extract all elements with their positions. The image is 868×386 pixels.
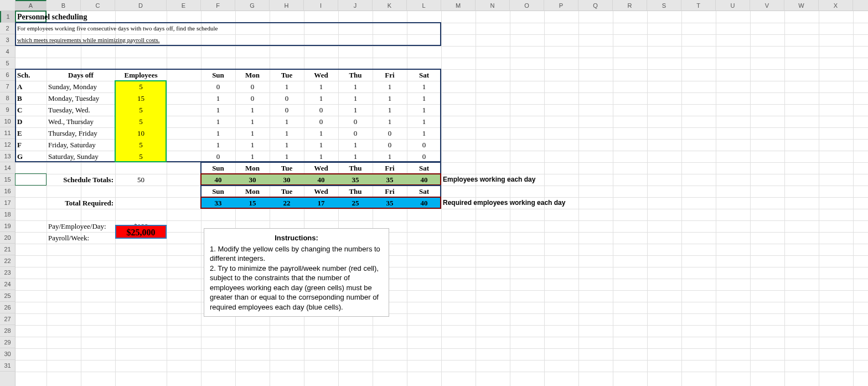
val-A-1[interactable]: 0 xyxy=(235,81,270,92)
sched-C[interactable]: C xyxy=(16,104,46,116)
row-header-25[interactable]: 25 xyxy=(0,290,15,302)
sched-G[interactable]: G xyxy=(16,151,46,162)
row-header-24[interactable]: 24 xyxy=(0,279,15,290)
req-hdr-Sat[interactable]: Sat xyxy=(407,186,441,197)
val-F-2[interactable]: 1 xyxy=(270,139,304,151)
val-C-5[interactable]: 1 xyxy=(373,104,407,116)
val-D-3[interactable]: 0 xyxy=(304,116,338,127)
grid[interactable]: Personnel schedulingFor employees workin… xyxy=(16,11,868,386)
row-header-7[interactable]: 7 xyxy=(0,81,15,92)
emp-G[interactable]: 5 xyxy=(115,151,167,162)
emp-B[interactable]: 15 xyxy=(115,92,167,104)
tot-hdr-Sun[interactable]: Sun xyxy=(201,162,235,174)
val-B-1[interactable]: 0 xyxy=(235,92,270,104)
val-F-3[interactable]: 1 xyxy=(304,139,338,151)
row-header-4[interactable]: 4 xyxy=(0,46,15,58)
req-3[interactable]: 17 xyxy=(304,197,338,209)
req-hdr-Mon[interactable]: Mon xyxy=(235,186,270,197)
row-header-5[interactable]: 5 xyxy=(0,58,15,69)
req-hdr-Wed[interactable]: Wed xyxy=(304,186,338,197)
row-header-22[interactable]: 22 xyxy=(0,255,15,267)
req-4[interactable]: 25 xyxy=(338,197,373,209)
req-hdr-Sun[interactable]: Sun xyxy=(201,186,235,197)
sched-E[interactable]: E xyxy=(16,127,46,139)
row-header-8[interactable]: 8 xyxy=(0,92,15,104)
req-2[interactable]: 22 xyxy=(270,197,304,209)
tot-6[interactable]: 40 xyxy=(407,174,441,186)
row-header-1[interactable]: 1 xyxy=(0,11,15,23)
row-header-14[interactable]: 14 xyxy=(0,162,15,174)
col-header-O[interactable]: O xyxy=(510,0,544,11)
tot-hdr-Fri[interactable]: Fri xyxy=(373,162,407,174)
daysoff-E[interactable]: Thursday, Friday xyxy=(46,127,115,139)
col-header-R[interactable]: R xyxy=(613,0,647,11)
title-cell[interactable]: Personnel scheduling xyxy=(16,11,237,23)
row-header-2[interactable]: 2 xyxy=(0,23,15,34)
daysoff-D[interactable]: Wed., Thursday xyxy=(46,116,115,127)
row-header-18[interactable]: 18 xyxy=(0,209,15,220)
emp-E[interactable]: 10 xyxy=(115,127,167,139)
val-C-4[interactable]: 1 xyxy=(338,104,373,116)
val-G-2[interactable]: 1 xyxy=(270,151,304,162)
row-header-13[interactable]: 13 xyxy=(0,151,15,162)
val-C-2[interactable]: 0 xyxy=(270,104,304,116)
req-hdr-Thu[interactable]: Thu xyxy=(338,186,373,197)
daysoff-A[interactable]: Sunday, Monday xyxy=(46,81,115,92)
val-F-6[interactable]: 0 xyxy=(407,139,441,151)
row-header-17[interactable]: 17 xyxy=(0,197,15,209)
sched-tot-val[interactable]: 50 xyxy=(115,174,167,186)
daysoff-G[interactable]: Saturday, Sunday xyxy=(46,151,115,162)
tot-hdr-Mon[interactable]: Mon xyxy=(235,162,270,174)
val-B-0[interactable]: 1 xyxy=(201,92,235,104)
tot-hdr-Sat[interactable]: Sat xyxy=(407,162,441,174)
row-header-29[interactable]: 29 xyxy=(0,337,15,348)
sched-A[interactable]: A xyxy=(16,81,46,92)
col-header-Q[interactable]: Q xyxy=(578,0,613,11)
row-header-31[interactable]: 31 xyxy=(0,360,15,372)
val-D-0[interactable]: 1 xyxy=(201,116,235,127)
val-C-0[interactable]: 1 xyxy=(201,104,235,116)
req-hdr-Tue[interactable]: Tue xyxy=(270,186,304,197)
col-header-S[interactable]: S xyxy=(647,0,681,11)
val-B-5[interactable]: 1 xyxy=(373,92,407,104)
val-A-0[interactable]: 0 xyxy=(201,81,235,92)
col-header-D[interactable]: D xyxy=(115,0,167,11)
row-header-20[interactable]: 20 xyxy=(0,232,15,244)
row-header-12[interactable]: 12 xyxy=(0,139,15,151)
row-header-9[interactable]: 9 xyxy=(0,104,15,116)
val-B-6[interactable]: 1 xyxy=(407,92,441,104)
tot-2[interactable]: 30 xyxy=(270,174,304,186)
val-F-0[interactable]: 1 xyxy=(201,139,235,151)
val-D-1[interactable]: 1 xyxy=(235,116,270,127)
req-hdr-Fri[interactable]: Fri xyxy=(373,186,407,197)
hdr-day-Tue[interactable]: Tue xyxy=(270,69,304,81)
emp-A[interactable]: 5 xyxy=(115,81,167,92)
tot-hdr-Thu[interactable]: Thu xyxy=(338,162,373,174)
sched-tot-label[interactable]: Schedule Totals: xyxy=(46,174,115,186)
val-D-2[interactable]: 1 xyxy=(270,116,304,127)
payroll-val[interactable]: $25,000 xyxy=(115,225,167,239)
emp-D[interactable]: 5 xyxy=(115,116,167,127)
row-header-10[interactable]: 10 xyxy=(0,116,15,127)
row-header-30[interactable]: 30 xyxy=(0,348,15,360)
val-A-6[interactable]: 1 xyxy=(407,81,441,92)
emp-C[interactable]: 5 xyxy=(115,104,167,116)
req-5[interactable]: 35 xyxy=(373,197,407,209)
row-header-15[interactable]: 15 xyxy=(0,174,15,186)
val-A-3[interactable]: 1 xyxy=(304,81,338,92)
col-header-E[interactable]: E xyxy=(167,0,201,11)
tot-1[interactable]: 30 xyxy=(235,174,270,186)
val-E-0[interactable]: 1 xyxy=(201,127,235,139)
val-F-1[interactable]: 1 xyxy=(235,139,270,151)
row-header-3[interactable]: 3 xyxy=(0,34,15,46)
col-header-A[interactable]: A xyxy=(16,0,46,11)
col-header-P[interactable]: P xyxy=(544,0,578,11)
col-header-W[interactable]: W xyxy=(784,0,819,11)
tot-5[interactable]: 35 xyxy=(373,174,407,186)
val-E-3[interactable]: 1 xyxy=(304,127,338,139)
col-header-V[interactable]: V xyxy=(750,0,784,11)
val-E-5[interactable]: 0 xyxy=(373,127,407,139)
hdr-day-Mon[interactable]: Mon xyxy=(235,69,270,81)
val-C-1[interactable]: 1 xyxy=(235,104,270,116)
val-C-3[interactable]: 0 xyxy=(304,104,338,116)
